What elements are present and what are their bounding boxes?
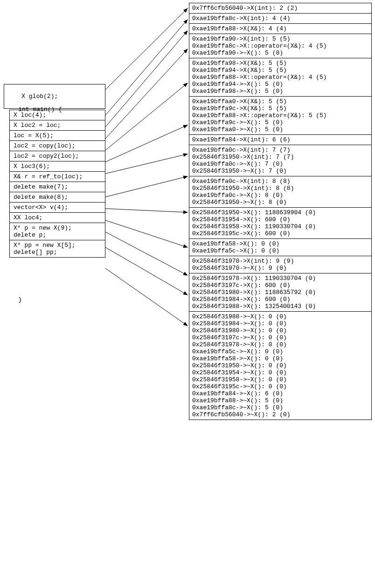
svg-line-1 (105, 20, 188, 115)
svg-line-2 (105, 31, 188, 127)
output-text: 0xae19bffa88->X(X&): 4 (4) (192, 25, 287, 32)
output-row: 0xae19bffa90->X(int): 5 (5) 0xae19bffa8c… (189, 34, 371, 58)
code-text: delete make(8); (14, 194, 68, 201)
output-text: 0xae19bffa58->X(): 0 (0) 0xae19bffa5c->X… (192, 240, 279, 254)
code-text: X loc(4); (14, 112, 46, 119)
output-row: 0xae19bffa84->X(int): 6 (6) (189, 135, 371, 145)
code-text: loc2 = copy(loc); (14, 142, 76, 149)
stmt-row: X* pp = new X[5]; delete[] pp; (10, 240, 105, 257)
output-text: 0xae19bffaa0->X(X&): 5 (5) 0xae19bffa9c-… (192, 98, 327, 133)
code-text: X loc3(6); (14, 163, 50, 170)
output-row: 0xae19bffaa0->X(X&): 5 (5) 0xae19bffa9c-… (189, 97, 371, 135)
code-text: delete make(7); (14, 183, 68, 190)
code-text: loc2 = copy2(loc); (14, 153, 79, 160)
output-text: 0xae19bffa90->X(int): 5 (5) 0xae19bffa8c… (192, 35, 327, 56)
code-text: vector<X> v(4); (14, 204, 68, 211)
code-text: XX loc4; (14, 214, 42, 221)
code-text: X loc2 = loc; (14, 122, 61, 129)
code-text: X* pp = new X[5]; delete[] pp; (14, 242, 76, 256)
output-text: 0x25846f31970->X(int): 9 (9) 0x25846f319… (192, 258, 294, 272)
output-row: 0x25846f31978->X(): 1190330704 (0) 0x258… (189, 273, 371, 312)
output-text: 0x7ff6cfb56040->X(int): 2 (2) (192, 5, 298, 12)
stmt-row: X loc(4); (10, 110, 105, 120)
stmt-row: loc2 = copy2(loc); (10, 151, 105, 161)
svg-line-8 (105, 209, 188, 212)
output-row: 0x25846f31988->~X(): 0 (0) 0x25846f31984… (189, 312, 371, 420)
stmt-row: loc2 = copy(loc); (10, 141, 105, 151)
output-row: 0xae19bffa58->X(): 0 (0) 0xae19bffa5c->X… (189, 239, 371, 256)
stmt-row: X* p = new X(9); delete p; (10, 223, 105, 240)
output-text: 0xae19bffa0c->X(int): 8 (8) 0x25846f3195… (192, 178, 294, 206)
code-text: X* p = new X(9); delete p; (14, 224, 72, 238)
svg-line-6 (105, 154, 188, 174)
svg-line-12 (105, 268, 188, 326)
output-row: 0xae19bffa0c->X(int): 8 (8) 0x25846f3195… (189, 176, 371, 208)
stmt-row: X loc2 = loc; (10, 120, 105, 131)
output-text: 0xae19bffa98->X(X&): 5 (5) 0xae19bffa94-… (192, 60, 327, 95)
svg-line-10 (105, 232, 188, 275)
output-text: 0xae19bffa0c->X(int): 7 (7) 0x25846f3195… (192, 147, 294, 175)
stmt-row: delete make(8); (10, 192, 105, 203)
code-text: X& r = ref_to(loc); (14, 173, 83, 180)
stmt-row: X loc3(6); (10, 161, 105, 172)
output-text: 0x25846f31978->X(): 1190330704 (0) 0x258… (192, 275, 316, 310)
stmt-row: delete make(7); (10, 182, 105, 192)
svg-line-7 (105, 176, 188, 197)
right-output-stack: 0x7ff6cfb56040->X(int): 2 (2) 0xae19bffa… (189, 3, 372, 420)
stmt-row: loc = X(5); (10, 131, 105, 141)
output-text: 0x25846f31950->X(): 1188639904 (0) 0x258… (192, 209, 316, 237)
stmt-row: vector<X> v(4); (10, 203, 105, 213)
output-row: 0xae19bffa8c->X(int): 4 (4) (189, 14, 371, 24)
main-close: } (4, 289, 22, 310)
output-row: 0xae19bffa0c->X(int): 7 (7) 0x25846f3195… (189, 145, 371, 176)
left-statement-stack: X loc(4); X loc2 = loc; loc = X(5); loc2… (9, 110, 105, 258)
code-text: } (18, 296, 22, 303)
svg-line-5 (105, 125, 188, 162)
svg-line-4 (105, 83, 188, 150)
svg-line-9 (105, 220, 188, 247)
svg-line-11 (105, 247, 188, 295)
svg-line-3 (105, 49, 188, 139)
output-row: 0x25846f31970->X(int): 9 (9) 0x25846f319… (189, 256, 371, 273)
diagram-canvas: X glob(2); int main() { X loc(4); X loc2… (0, 0, 375, 588)
output-row: 0x25846f31950->X(): 1188639904 (0) 0x258… (189, 208, 371, 239)
output-text: 0x25846f31988->~X(): 0 (0) 0x25846f31984… (192, 313, 291, 418)
stmt-row: XX loc4; (10, 213, 105, 223)
output-row: 0xae19bffa88->X(X&): 4 (4) (189, 24, 371, 34)
output-row: 0xae19bffa98->X(X&): 5 (5) 0xae19bffa94-… (189, 58, 371, 97)
svg-line-0 (105, 8, 188, 90)
output-row: 0x7ff6cfb56040->X(int): 2 (2) (189, 3, 371, 14)
code-text: loc = X(5); (14, 132, 54, 139)
output-text: 0xae19bffa84->X(int): 6 (6) (192, 136, 291, 143)
output-text: 0xae19bffa8c->X(int): 4 (4) (192, 15, 291, 22)
stmt-row: X& r = ref_to(loc); (10, 172, 105, 182)
